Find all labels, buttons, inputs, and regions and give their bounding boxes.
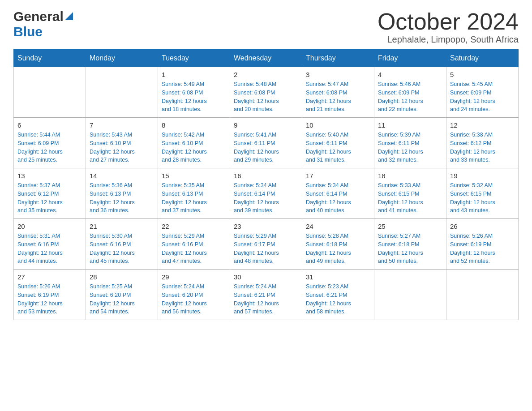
day-info: Sunrise: 5:33 AM Sunset: 6:15 PM Dayligh… xyxy=(378,181,442,215)
calendar-cell: 31Sunrise: 5:23 AM Sunset: 6:21 PM Dayli… xyxy=(302,270,374,320)
day-number: 25 xyxy=(378,223,442,230)
calendar-cell xyxy=(374,270,446,320)
day-number: 26 xyxy=(450,223,515,230)
day-number: 5 xyxy=(450,71,515,78)
calendar-cell: 27Sunrise: 5:26 AM Sunset: 6:19 PM Dayli… xyxy=(14,270,86,320)
day-info: Sunrise: 5:41 AM Sunset: 6:11 PM Dayligh… xyxy=(234,131,298,164)
calendar-cell: 4Sunrise: 5:46 AM Sunset: 6:09 PM Daylig… xyxy=(374,67,446,118)
day-info: Sunrise: 5:42 AM Sunset: 6:10 PM Dayligh… xyxy=(162,131,226,164)
calendar-cell: 20Sunrise: 5:31 AM Sunset: 6:16 PM Dayli… xyxy=(14,219,86,270)
day-info: Sunrise: 5:36 AM Sunset: 6:13 PM Dayligh… xyxy=(90,181,154,215)
calendar-cell: 18Sunrise: 5:33 AM Sunset: 6:15 PM Dayli… xyxy=(374,168,446,219)
calendar-cell: 25Sunrise: 5:27 AM Sunset: 6:18 PM Dayli… xyxy=(374,219,446,270)
calendar-cell: 8Sunrise: 5:42 AM Sunset: 6:10 PM Daylig… xyxy=(158,118,230,168)
day-number: 2 xyxy=(234,71,298,78)
calendar-cell: 12Sunrise: 5:38 AM Sunset: 6:12 PM Dayli… xyxy=(446,118,519,168)
calendar-header-wednesday: Wednesday xyxy=(230,50,302,67)
logo-triangle-icon xyxy=(65,12,73,20)
day-number: 16 xyxy=(234,172,298,180)
day-info: Sunrise: 5:44 AM Sunset: 6:09 PM Dayligh… xyxy=(17,131,82,164)
calendar-week-row: 6Sunrise: 5:44 AM Sunset: 6:09 PM Daylig… xyxy=(14,118,519,168)
calendar-cell xyxy=(446,270,519,320)
location: Lephalale, Limpopo, South Africa xyxy=(378,34,519,45)
day-number: 8 xyxy=(162,121,226,129)
calendar-header-sunday: Sunday xyxy=(14,50,86,67)
day-number: 15 xyxy=(162,172,226,180)
logo-blue-text: Blue xyxy=(13,24,43,39)
day-info: Sunrise: 5:34 AM Sunset: 6:14 PM Dayligh… xyxy=(234,181,298,215)
day-info: Sunrise: 5:27 AM Sunset: 6:18 PM Dayligh… xyxy=(378,232,442,265)
day-number: 17 xyxy=(306,172,370,180)
calendar-cell: 26Sunrise: 5:26 AM Sunset: 6:19 PM Dayli… xyxy=(446,219,519,270)
day-number: 6 xyxy=(17,121,82,129)
day-info: Sunrise: 5:26 AM Sunset: 6:19 PM Dayligh… xyxy=(450,232,515,265)
day-number: 21 xyxy=(90,223,154,230)
calendar-cell xyxy=(86,67,158,118)
day-number: 31 xyxy=(306,273,370,281)
day-number: 30 xyxy=(234,273,298,281)
calendar-cell xyxy=(14,67,86,118)
day-info: Sunrise: 5:40 AM Sunset: 6:11 PM Dayligh… xyxy=(306,131,370,164)
day-info: Sunrise: 5:46 AM Sunset: 6:09 PM Dayligh… xyxy=(378,80,442,114)
day-number: 12 xyxy=(450,121,515,129)
calendar-week-row: 1Sunrise: 5:49 AM Sunset: 6:08 PM Daylig… xyxy=(14,67,519,118)
day-info: Sunrise: 5:34 AM Sunset: 6:14 PM Dayligh… xyxy=(306,181,370,215)
calendar-cell: 23Sunrise: 5:29 AM Sunset: 6:17 PM Dayli… xyxy=(230,219,302,270)
calendar-cell: 11Sunrise: 5:39 AM Sunset: 6:11 PM Dayli… xyxy=(374,118,446,168)
calendar-cell: 5Sunrise: 5:45 AM Sunset: 6:09 PM Daylig… xyxy=(446,67,519,118)
logo-general-text: General xyxy=(13,9,64,24)
day-info: Sunrise: 5:39 AM Sunset: 6:11 PM Dayligh… xyxy=(378,131,442,164)
day-info: Sunrise: 5:43 AM Sunset: 6:10 PM Dayligh… xyxy=(90,131,154,164)
day-info: Sunrise: 5:48 AM Sunset: 6:08 PM Dayligh… xyxy=(234,80,298,114)
calendar-cell: 16Sunrise: 5:34 AM Sunset: 6:14 PM Dayli… xyxy=(230,168,302,219)
day-number: 13 xyxy=(17,172,82,180)
calendar-cell: 6Sunrise: 5:44 AM Sunset: 6:09 PM Daylig… xyxy=(14,118,86,168)
calendar-cell: 22Sunrise: 5:29 AM Sunset: 6:16 PM Dayli… xyxy=(158,219,230,270)
day-number: 14 xyxy=(90,172,154,180)
day-info: Sunrise: 5:30 AM Sunset: 6:16 PM Dayligh… xyxy=(90,232,154,265)
calendar-cell: 21Sunrise: 5:30 AM Sunset: 6:16 PM Dayli… xyxy=(86,219,158,270)
day-info: Sunrise: 5:25 AM Sunset: 6:20 PM Dayligh… xyxy=(90,283,154,316)
calendar-cell: 29Sunrise: 5:24 AM Sunset: 6:20 PM Dayli… xyxy=(158,270,230,320)
calendar-cell: 2Sunrise: 5:48 AM Sunset: 6:08 PM Daylig… xyxy=(230,67,302,118)
day-info: Sunrise: 5:47 AM Sunset: 6:08 PM Dayligh… xyxy=(306,80,370,114)
calendar-cell: 17Sunrise: 5:34 AM Sunset: 6:14 PM Dayli… xyxy=(302,168,374,219)
day-info: Sunrise: 5:35 AM Sunset: 6:13 PM Dayligh… xyxy=(162,181,226,215)
day-number: 19 xyxy=(450,172,515,180)
day-number: 27 xyxy=(17,273,82,281)
calendar-cell: 3Sunrise: 5:47 AM Sunset: 6:08 PM Daylig… xyxy=(302,67,374,118)
month-title: October 2024 xyxy=(378,9,519,34)
day-number: 20 xyxy=(17,223,82,230)
logo: General Blue xyxy=(13,9,73,39)
calendar-header-thursday: Thursday xyxy=(302,50,374,67)
calendar-cell: 14Sunrise: 5:36 AM Sunset: 6:13 PM Dayli… xyxy=(86,168,158,219)
calendar-cell: 28Sunrise: 5:25 AM Sunset: 6:20 PM Dayli… xyxy=(86,270,158,320)
calendar-cell: 13Sunrise: 5:37 AM Sunset: 6:12 PM Dayli… xyxy=(14,168,86,219)
day-info: Sunrise: 5:38 AM Sunset: 6:12 PM Dayligh… xyxy=(450,131,515,164)
day-number: 22 xyxy=(162,223,226,230)
calendar-header-monday: Monday xyxy=(86,50,158,67)
calendar-cell: 15Sunrise: 5:35 AM Sunset: 6:13 PM Dayli… xyxy=(158,168,230,219)
calendar-cell: 9Sunrise: 5:41 AM Sunset: 6:11 PM Daylig… xyxy=(230,118,302,168)
page-header: General Blue October 2024 Lephalale, Lim… xyxy=(13,9,519,45)
day-number: 4 xyxy=(378,71,442,78)
day-number: 3 xyxy=(306,71,370,78)
calendar-header-saturday: Saturday xyxy=(446,50,519,67)
day-number: 11 xyxy=(378,121,442,129)
calendar-header-tuesday: Tuesday xyxy=(158,50,230,67)
calendar-table: SundayMondayTuesdayWednesdayThursdayFrid… xyxy=(13,49,519,320)
day-number: 28 xyxy=(90,273,154,281)
calendar-cell: 19Sunrise: 5:32 AM Sunset: 6:15 PM Dayli… xyxy=(446,168,519,219)
day-number: 29 xyxy=(162,273,226,281)
day-info: Sunrise: 5:31 AM Sunset: 6:16 PM Dayligh… xyxy=(17,232,82,265)
calendar-cell: 7Sunrise: 5:43 AM Sunset: 6:10 PM Daylig… xyxy=(86,118,158,168)
day-number: 10 xyxy=(306,121,370,129)
calendar-cell: 24Sunrise: 5:28 AM Sunset: 6:18 PM Dayli… xyxy=(302,219,374,270)
calendar-header-friday: Friday xyxy=(374,50,446,67)
calendar-week-row: 13Sunrise: 5:37 AM Sunset: 6:12 PM Dayli… xyxy=(14,168,519,219)
day-number: 24 xyxy=(306,223,370,230)
day-number: 1 xyxy=(162,71,226,78)
day-info: Sunrise: 5:37 AM Sunset: 6:12 PM Dayligh… xyxy=(17,181,82,215)
day-info: Sunrise: 5:29 AM Sunset: 6:16 PM Dayligh… xyxy=(162,232,226,265)
day-number: 7 xyxy=(90,121,154,129)
